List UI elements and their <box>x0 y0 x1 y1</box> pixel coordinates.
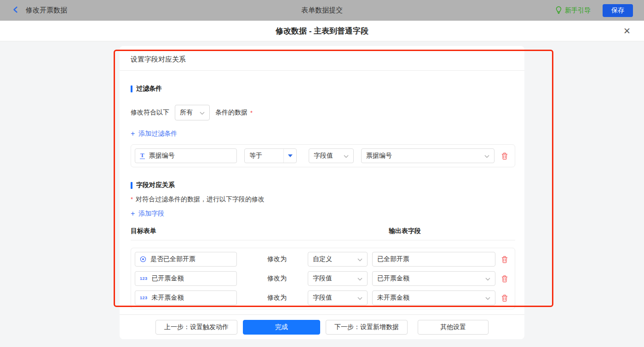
add-field-label: 添加字段 <box>138 210 164 218</box>
next-step-button[interactable]: 下一步：设置新增数据 <box>326 320 408 335</box>
operator-caret-segment[interactable] <box>283 149 296 163</box>
target-field-select[interactable]: 123 未开票金额 <box>135 290 237 305</box>
output-field-select[interactable]: 已开票金额 <box>372 271 495 286</box>
mapping-row: 是否已全部开票 修改为 自定义 <box>135 252 511 267</box>
filter-section-title: 过滤条件 <box>131 85 515 93</box>
mapping-row: 123 已开票金额 修改为 字段值 已开票金额 <box>135 271 511 286</box>
mapping-rows-container: 是否已全部开票 修改为 自定义 123 已开票金额 <box>131 248 515 309</box>
other-settings-button[interactable]: 其他设置 <box>418 320 489 335</box>
card-body: 过滤条件 修改符合以下 所有 条件的数据 * + 添加过滤条件 T 票据编号 <box>120 85 524 309</box>
delete-mapping-button[interactable] <box>501 275 508 283</box>
column-header-output-field: 输出表字段 <box>389 227 421 235</box>
match-mode-value: 所有 <box>180 108 193 117</box>
value-type-select[interactable]: 自定义 <box>308 252 368 267</box>
filter-value-type-select[interactable]: 字段值 <box>309 148 354 163</box>
save-button[interactable]: 保存 <box>603 4 633 17</box>
value-type-select[interactable]: 字段值 <box>308 271 368 286</box>
modal-title: 修改数据 - 主表到普通字段 <box>276 26 368 36</box>
delete-filter-button[interactable] <box>501 152 508 160</box>
guide-label: 新手引导 <box>565 6 591 15</box>
modify-to-label: 修改为 <box>267 255 293 263</box>
mapping-column-headers: 目标表单 输出表字段 <box>131 227 515 235</box>
output-field-value: 已开票金额 <box>377 274 409 283</box>
column-divider <box>131 240 515 240</box>
section-bar-icon <box>131 182 132 189</box>
trash-icon <box>501 256 508 263</box>
filter-section-label: 过滤条件 <box>136 85 162 93</box>
target-field-select[interactable]: 是否已全部开票 <box>135 252 237 267</box>
settings-card: 设置字段对应关系 过滤条件 修改符合以下 所有 条件的数据 * + 添加过滤条件 <box>120 46 524 339</box>
target-field-value: 已开票金额 <box>152 274 184 283</box>
card-header-title: 设置字段对应关系 <box>120 46 524 71</box>
prev-step-button[interactable]: 上一步：设置触发动作 <box>155 320 237 335</box>
close-icon[interactable]: ✕ <box>621 26 632 37</box>
radio-field-icon <box>140 256 146 262</box>
operator-select[interactable]: 等于 <box>244 148 297 163</box>
modal-header: 修改数据 - 主表到普通字段 ✕ <box>0 21 644 41</box>
trash-icon <box>501 294 508 302</box>
topbar-right: 新手引导 保存 <box>555 0 633 21</box>
filter-field-select[interactable]: T 票据编号 <box>135 148 237 163</box>
add-field-link[interactable]: + 添加字段 <box>131 210 164 218</box>
match-suffix: 条件的数据 <box>215 108 247 117</box>
mapping-section-title: 字段对应关系 <box>131 181 515 189</box>
chevron-down-icon <box>357 294 362 301</box>
trash-icon <box>501 152 508 160</box>
done-button[interactable]: 完成 <box>243 320 320 335</box>
chevron-down-icon <box>484 152 489 159</box>
required-mark: * <box>250 109 253 116</box>
filter-rows-container: T 票据编号 等于 字段值 票据编号 <box>131 144 515 167</box>
match-condition-row: 修改符合以下 所有 条件的数据 * <box>131 105 515 120</box>
operator-value: 等于 <box>245 152 283 160</box>
add-filter-condition-link[interactable]: + 添加过滤条件 <box>131 130 177 138</box>
delete-mapping-button[interactable] <box>501 294 508 302</box>
custom-value-input[interactable] <box>372 252 495 267</box>
filter-compare-field-value: 票据编号 <box>366 152 392 160</box>
target-field-select[interactable]: 123 已开票金额 <box>135 271 237 286</box>
mapping-row: 123 未开票金额 修改为 字段值 未开票金额 <box>135 290 511 305</box>
chevron-down-icon <box>357 256 362 263</box>
filter-field-value: 票据编号 <box>149 152 175 160</box>
match-mode-select[interactable]: 所有 <box>175 105 210 120</box>
modal-footer: 上一步：设置触发动作 完成 下一步：设置新增数据 其他设置 <box>120 314 524 339</box>
mapping-description-row: * 对符合过滤条件的数据，进行以下字段的修改 <box>131 195 515 204</box>
output-field-value: 未开票金额 <box>377 294 409 302</box>
guide-link[interactable]: 新手引导 <box>555 6 591 15</box>
lightbulb-icon <box>555 6 562 15</box>
modify-to-label: 修改为 <box>267 274 293 283</box>
plus-icon: + <box>131 210 135 217</box>
value-type: 字段值 <box>313 294 332 302</box>
required-mark: * <box>131 196 133 203</box>
topbar: 修改开票数据 表单数据提交 新手引导 保存 <box>0 0 644 21</box>
topbar-center-title: 表单数据提交 <box>0 6 644 15</box>
mapping-description: 对符合过滤条件的数据，进行以下字段的修改 <box>136 195 264 204</box>
chevron-down-icon <box>485 275 490 282</box>
section-bar-icon <box>131 85 132 92</box>
filter-value-type: 字段值 <box>314 152 333 160</box>
delete-mapping-button[interactable] <box>501 256 508 263</box>
chevron-down-icon <box>344 152 349 159</box>
chevron-down-icon <box>485 294 490 301</box>
filter-row: T 票据编号 等于 字段值 票据编号 <box>135 148 511 163</box>
match-prefix: 修改符合以下 <box>131 108 169 117</box>
caret-down-icon <box>288 154 293 157</box>
number-field-icon: 123 <box>140 296 148 300</box>
target-field-value: 未开票金额 <box>152 294 184 302</box>
filter-compare-field-select[interactable]: 票据编号 <box>361 148 494 163</box>
column-header-target-form: 目标表单 <box>131 227 156 234</box>
add-filter-condition-label: 添加过滤条件 <box>138 130 177 138</box>
output-field-select[interactable]: 未开票金额 <box>372 290 495 305</box>
trash-icon <box>501 275 508 283</box>
value-type: 字段值 <box>313 274 332 283</box>
chevron-down-icon <box>357 275 362 282</box>
chevron-down-icon <box>200 109 205 116</box>
value-type-select[interactable]: 字段值 <box>308 290 368 305</box>
target-field-value: 是否已全部开票 <box>150 255 196 263</box>
value-type: 自定义 <box>313 255 332 263</box>
plus-icon: + <box>131 131 135 137</box>
mapping-section-label: 字段对应关系 <box>136 181 175 189</box>
modify-to-label: 修改为 <box>267 294 293 302</box>
number-field-icon: 123 <box>140 276 148 281</box>
text-field-icon: T <box>140 153 145 159</box>
